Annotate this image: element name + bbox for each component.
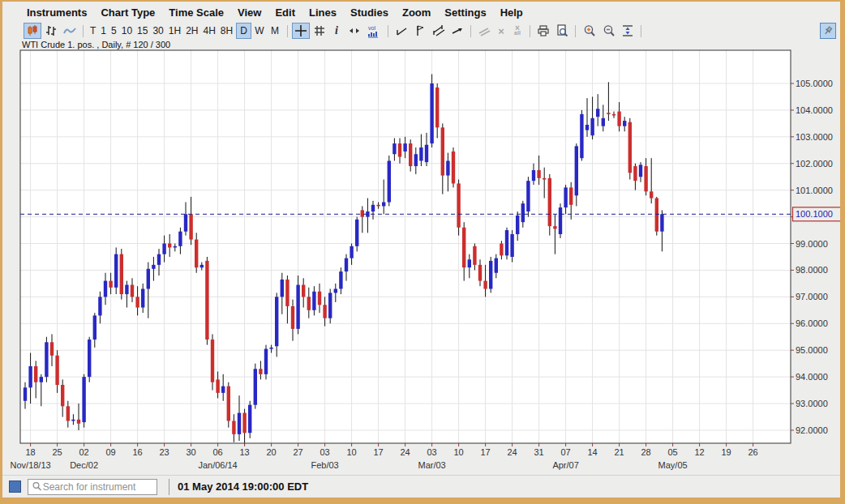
svg-text:14: 14 bbox=[587, 447, 597, 457]
search-input[interactable] bbox=[41, 481, 153, 493]
svg-text:97.0000: 97.0000 bbox=[796, 292, 828, 301]
svg-text:23: 23 bbox=[159, 447, 169, 457]
svg-text:May/05: May/05 bbox=[658, 460, 688, 470]
svg-text:Dec/02: Dec/02 bbox=[70, 460, 98, 470]
svg-text:19: 19 bbox=[721, 447, 731, 457]
svg-text:92.0000: 92.0000 bbox=[796, 425, 828, 435]
svg-text:16: 16 bbox=[132, 447, 142, 457]
svg-text:03: 03 bbox=[427, 447, 436, 457]
svg-text:10: 10 bbox=[346, 447, 356, 457]
y-axis: 92.000093.000094.000095.000096.000097.00… bbox=[791, 79, 833, 435]
svg-text:105.0000: 105.0000 bbox=[796, 79, 833, 88]
svg-text:25: 25 bbox=[52, 447, 62, 457]
price-chart[interactable]: 92.000093.000094.000095.000096.000097.00… bbox=[2, 2, 840, 478]
svg-text:Nov/18/13: Nov/18/13 bbox=[11, 460, 51, 470]
svg-text:10: 10 bbox=[453, 447, 463, 457]
search-icon bbox=[32, 481, 41, 492]
svg-text:95.0000: 95.0000 bbox=[796, 345, 828, 355]
svg-text:Mar/03: Mar/03 bbox=[418, 460, 445, 470]
svg-text:Feb/03: Feb/03 bbox=[311, 460, 338, 470]
svg-text:28: 28 bbox=[641, 447, 650, 457]
svg-text:103.0000: 103.0000 bbox=[796, 132, 833, 142]
last-price-badge-label: 100.1000 bbox=[796, 209, 833, 219]
svg-text:98.0000: 98.0000 bbox=[796, 265, 828, 275]
svg-text:07: 07 bbox=[560, 447, 570, 457]
bottom-bar-separator bbox=[169, 479, 169, 495]
svg-text:Jan/06/14: Jan/06/14 bbox=[198, 460, 237, 470]
svg-text:31: 31 bbox=[534, 447, 543, 457]
trading-app-window: InstrumentsChart TypeTime ScaleViewEditL… bbox=[0, 0, 845, 504]
svg-text:05: 05 bbox=[667, 447, 677, 457]
svg-text:06: 06 bbox=[212, 447, 222, 457]
svg-text:02: 02 bbox=[79, 447, 88, 457]
svg-text:26: 26 bbox=[748, 447, 757, 457]
svg-text:94.0000: 94.0000 bbox=[796, 372, 828, 382]
bottom-bar: 01 May 2014 19:00:00 EDT bbox=[2, 475, 840, 498]
svg-text:104.0000: 104.0000 bbox=[796, 105, 833, 115]
svg-text:Apr/07: Apr/07 bbox=[552, 460, 578, 470]
svg-text:03: 03 bbox=[320, 447, 329, 457]
timestamp: 01 May 2014 19:00:00 EDT bbox=[178, 481, 308, 493]
svg-text:20: 20 bbox=[266, 447, 276, 457]
svg-text:102.0000: 102.0000 bbox=[796, 159, 833, 169]
svg-text:99.0000: 99.0000 bbox=[796, 239, 828, 249]
svg-text:24: 24 bbox=[400, 447, 410, 457]
svg-text:21: 21 bbox=[614, 447, 624, 457]
svg-text:93.0000: 93.0000 bbox=[796, 399, 828, 408]
svg-text:24: 24 bbox=[507, 447, 517, 457]
svg-text:17: 17 bbox=[480, 447, 490, 457]
svg-text:13: 13 bbox=[239, 447, 249, 457]
svg-text:101.0000: 101.0000 bbox=[796, 186, 833, 195]
svg-text:96.0000: 96.0000 bbox=[796, 318, 828, 328]
svg-text:17: 17 bbox=[373, 447, 383, 457]
instrument-color-swatch[interactable] bbox=[9, 481, 21, 493]
svg-text:09: 09 bbox=[105, 447, 115, 457]
search-box[interactable] bbox=[28, 479, 157, 495]
svg-text:12: 12 bbox=[694, 447, 704, 457]
x-axis: 1825020916233006132027031017240310172431… bbox=[11, 443, 758, 470]
svg-text:30: 30 bbox=[186, 447, 195, 457]
window-content: InstrumentsChart TypeTime ScaleViewEditL… bbox=[2, 2, 840, 498]
svg-text:27: 27 bbox=[293, 447, 302, 457]
svg-text:18: 18 bbox=[25, 447, 35, 457]
